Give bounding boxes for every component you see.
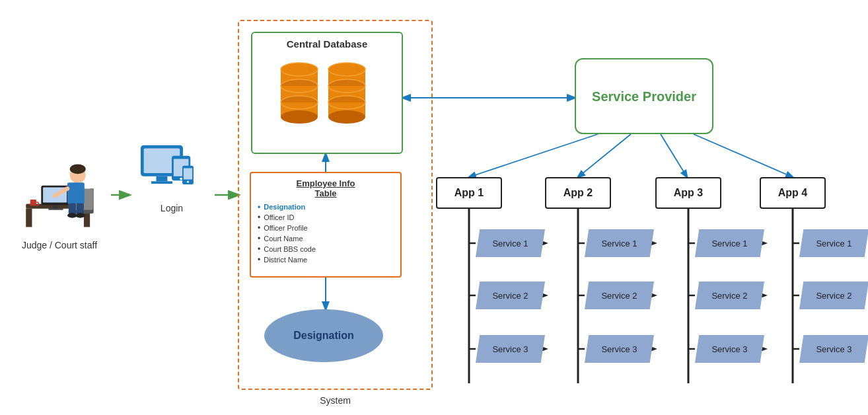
app1-service2: Service 2 [476,282,545,309]
central-database-title: Central Database [252,38,402,50]
system-label: System [238,395,433,406]
svg-point-51 [75,213,85,217]
app2-label: App 2 [563,187,593,199]
app4-service1: Service 1 [799,229,868,257]
app1-service3: Service 3 [476,335,545,363]
designation-box: Designation [264,309,383,362]
svg-rect-52 [30,200,36,206]
emp-item-designation: Designation [258,202,394,211]
app2-service1: Service 1 [585,229,654,257]
central-database-box: Central Database [251,32,403,154]
svg-line-6 [578,134,631,177]
employee-info-table-box: Employee InfoTable Designation Officer I… [250,172,402,278]
svg-rect-42 [54,205,58,208]
designation-label: Designation [293,330,354,342]
app3-service2: Service 2 [695,282,764,309]
app1-box: App 1 [436,177,502,209]
app2-service2: Service 2 [585,282,654,309]
app3-label: App 3 [674,187,703,199]
svg-point-69 [281,110,318,124]
emp-item-officer-profile: Officer Profile [258,223,394,233]
app2-box: App 2 [545,177,611,209]
app4-service2: Service 2 [799,282,868,309]
app1-label: App 1 [454,187,484,199]
svg-line-5 [469,134,598,177]
login-label: Login [129,203,215,213]
emp-item-district-name: District Name [258,255,394,264]
svg-line-7 [661,134,687,177]
app3-service3: Service 3 [695,335,764,363]
diagram-container: Judge / Court staff Login System Central… [0,0,868,415]
judge-label: Judge / Court staff [7,239,112,251]
app4-label: App 4 [778,187,807,199]
svg-rect-46 [67,182,85,204]
app1-service1: Service 1 [476,229,545,257]
svg-rect-35 [26,209,32,227]
svg-point-79 [328,110,365,124]
svg-rect-55 [156,176,167,182]
login-section: Login [129,142,215,213]
emp-item-court-bbs: Court BBS code [258,245,394,254]
emp-item-officer-id: Officer ID [258,213,394,222]
emp-item-court-name: Court Name [258,234,394,243]
svg-rect-61 [184,169,192,180]
svg-rect-56 [151,181,172,184]
judge-section: Judge / Court staff [7,152,112,251]
svg-line-8 [694,134,793,177]
login-icon [135,142,208,195]
judge-figure-icon [20,152,99,231]
svg-point-62 [187,181,189,183]
app4-box: App 4 [760,177,826,209]
database-cylinders-icon [268,53,386,132]
app2-service3: Service 3 [585,335,654,363]
svg-rect-43 [48,208,63,210]
service-provider-box: Service Provider [575,58,713,134]
app3-service1: Service 1 [695,229,764,257]
employee-table-title: Employee InfoTable [258,178,394,198]
svg-point-59 [180,178,182,180]
app3-box: App 3 [655,177,721,209]
employee-table-items: Designation Officer ID Officer Profile C… [258,202,394,264]
app4-service3: Service 3 [799,335,868,363]
svg-point-45 [70,164,86,174]
service-provider-label: Service Provider [592,88,696,105]
